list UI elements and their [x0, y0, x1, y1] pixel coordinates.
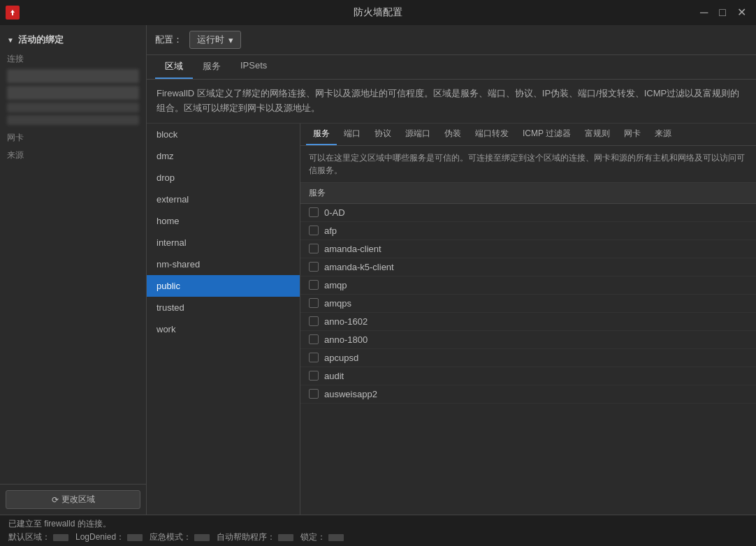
service-row-amanda-k5-client[interactable]: amanda-k5-client — [300, 258, 756, 276]
table-row[interactable]: ausweisapp2 — [300, 385, 756, 404]
main-tab-服务[interactable]: 服务 — [193, 55, 231, 79]
sidebar-connection-item-2 — [7, 86, 139, 100]
zone-item-internal[interactable]: internal — [147, 232, 300, 253]
zone-item-dmz[interactable]: dmz — [147, 145, 300, 167]
service-tab-源端口[interactable]: 源端口 — [398, 124, 437, 145]
sidebar-footer: ⟳ 更改区域 — [0, 484, 146, 515]
sidebar-nic-title: 网卡 — [0, 128, 146, 145]
chevron-down-icon: ▼ — [7, 36, 14, 44]
main-tab-区域[interactable]: 区域 — [155, 55, 193, 79]
service-checkbox-amanda-k5-client[interactable] — [309, 262, 319, 272]
zone-item-work[interactable]: work — [147, 318, 300, 340]
service-tab-ICMP 过滤器[interactable]: ICMP 过滤器 — [516, 124, 578, 145]
status-emergency: 应急模式： — [150, 531, 210, 543]
zone-item-external[interactable]: external — [147, 189, 300, 210]
log-denied-value — [127, 534, 143, 541]
lock-value — [328, 534, 344, 541]
service-row-0-AD[interactable]: 0-AD — [300, 204, 756, 222]
service-checkbox-ausweisapp2[interactable] — [309, 389, 319, 399]
service-tabs-bar: 服务端口协议源端口伪装端口转发ICMP 过滤器富规则网卡来源 — [300, 124, 756, 146]
main-tab-IPSets[interactable]: IPSets — [231, 55, 277, 79]
service-row-anno-1800[interactable]: anno-1800 — [300, 331, 756, 349]
config-bar: 配置： 运行时 ▾ — [147, 25, 756, 55]
service-checkbox-afp[interactable] — [309, 226, 319, 235]
app-icon — [6, 6, 20, 20]
default-zone-value — [53, 534, 68, 541]
zone-item-home[interactable]: home — [147, 210, 300, 232]
zone-item-nm-shared[interactable]: nm-shared — [147, 253, 300, 275]
service-row-audit[interactable]: audit — [300, 367, 756, 385]
service-checkbox-anno-1800[interactable] — [309, 334, 319, 344]
service-name-label: 0-AD — [324, 207, 345, 218]
sidebar: ▼ 活动的绑定 连接 网卡 来源 ⟳ 更改区域 — [0, 25, 147, 515]
table-row[interactable]: apcupsd — [300, 349, 756, 367]
service-checkbox-apcupsd[interactable] — [309, 353, 319, 362]
service-name-label: ausweisapp2 — [324, 389, 377, 399]
service-name-label: apcupsd — [324, 353, 358, 363]
service-checkbox-0-AD[interactable] — [309, 207, 319, 217]
emergency-label: 应急模式： — [150, 531, 191, 543]
table-row[interactable]: anno-1602 — [300, 313, 756, 331]
zone-item-block[interactable]: block — [147, 124, 300, 145]
description-text: FirewallD 区域定义了绑定的网络连接、网卡以及源地址的可信程度。区域是服… — [147, 80, 756, 124]
status-auto-helper: 自动帮助程序： — [217, 531, 293, 543]
service-name-label: amqp — [324, 280, 347, 290]
sidebar-connection-item-4 — [7, 115, 139, 125]
default-zone-label: 默认区域： — [8, 531, 50, 543]
service-row-afp[interactable]: afp — [300, 222, 756, 240]
service-checkbox-amqp[interactable] — [309, 280, 319, 290]
titlebar-left — [6, 6, 20, 20]
service-tab-协议[interactable]: 协议 — [368, 124, 398, 145]
service-row-ausweisapp2[interactable]: ausweisapp2 — [300, 385, 756, 404]
maximize-button[interactable]: □ — [715, 6, 730, 20]
service-row-amqp[interactable]: amqp — [300, 276, 756, 295]
service-tab-网卡[interactable]: 网卡 — [617, 124, 648, 145]
table-row[interactable]: 0-AD — [300, 203, 756, 222]
auto-helper-value — [278, 534, 293, 541]
table-row[interactable]: anno-1800 — [300, 331, 756, 349]
config-label: 配置： — [155, 34, 182, 46]
emergency-value — [194, 534, 210, 541]
table-row[interactable]: amqp — [300, 276, 756, 295]
config-dropdown[interactable]: 运行时 ▾ — [189, 31, 241, 49]
titlebar: 防火墙配置 ─ □ ✕ — [0, 0, 756, 25]
sidebar-bindings-label: 活动的绑定 — [18, 34, 64, 46]
table-row[interactable]: amqps — [300, 295, 756, 313]
minimize-button[interactable]: ─ — [696, 6, 712, 20]
service-row-anno-1602[interactable]: anno-1602 — [300, 313, 756, 331]
dropdown-arrow-icon: ▾ — [228, 35, 233, 45]
service-row-apcupsd[interactable]: apcupsd — [300, 349, 756, 367]
service-tab-服务[interactable]: 服务 — [306, 124, 337, 145]
service-name-label: amqps — [324, 298, 351, 309]
close-button[interactable]: ✕ — [733, 6, 750, 20]
table-row[interactable]: amanda-k5-client — [300, 258, 756, 276]
titlebar-controls: ─ □ ✕ — [696, 6, 750, 20]
sidebar-bindings-header: ▼ 活动的绑定 — [0, 31, 146, 49]
service-tab-富规则[interactable]: 富规则 — [578, 124, 617, 145]
service-checkbox-amqps[interactable] — [309, 298, 319, 308]
service-table: 服务 0-ADafpamanda-clientamanda-k5-clienta… — [300, 183, 756, 404]
service-table-container: 服务 0-ADafpamanda-clientamanda-k5-clienta… — [300, 183, 756, 515]
sidebar-connections-title: 连接 — [0, 49, 146, 66]
zone-item-public[interactable]: public — [147, 275, 300, 297]
table-row[interactable]: audit — [300, 367, 756, 385]
zone-item-drop[interactable]: drop — [147, 167, 300, 189]
main-tabs-bar: 区域服务IPSets — [147, 55, 756, 80]
change-zone-button[interactable]: ⟳ 更改区域 — [6, 490, 140, 509]
table-row[interactable]: afp — [300, 222, 756, 240]
zone-item-trusted[interactable]: trusted — [147, 297, 300, 318]
service-name-label: amanda-k5-client — [324, 262, 394, 272]
service-tab-端口[interactable]: 端口 — [337, 124, 368, 145]
service-row-amqps[interactable]: amqps — [300, 295, 756, 313]
service-row-amanda-client[interactable]: amanda-client — [300, 240, 756, 258]
service-tab-端口转发[interactable]: 端口转发 — [468, 124, 516, 145]
table-row[interactable]: amanda-client — [300, 240, 756, 258]
service-checkbox-anno-1602[interactable] — [309, 316, 319, 326]
service-checkbox-amanda-client[interactable] — [309, 244, 319, 253]
lock-label: 锁定： — [300, 531, 326, 543]
status-default-zone: 默认区域： — [8, 531, 68, 543]
service-tab-来源[interactable]: 来源 — [648, 124, 678, 145]
sidebar-connection-item-3 — [7, 103, 139, 112]
service-tab-伪装[interactable]: 伪装 — [437, 124, 468, 145]
service-checkbox-audit[interactable] — [309, 371, 319, 381]
